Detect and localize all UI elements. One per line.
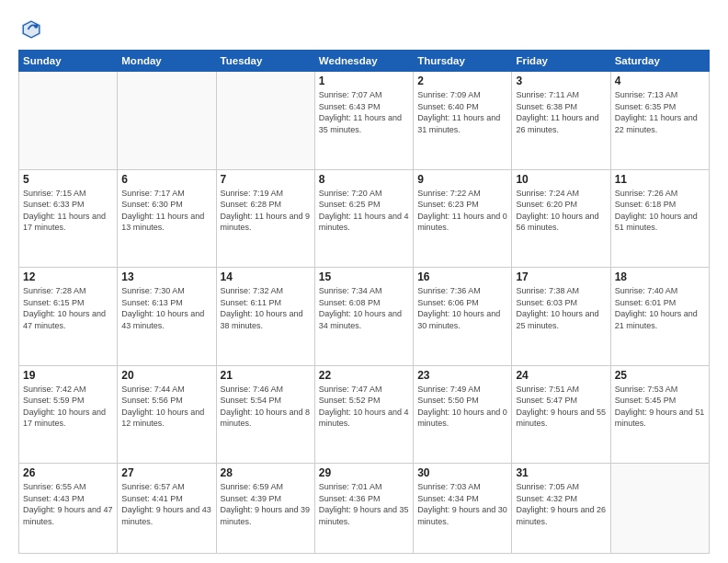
day-number: 9 — [417, 173, 507, 186]
svg-marker-0 — [22, 20, 41, 40]
day-info: Sunrise: 7:22 AM Sunset: 6:23 PM Dayligh… — [417, 188, 507, 234]
calendar-cell: 14Sunrise: 7:32 AM Sunset: 6:11 PM Dayli… — [216, 268, 314, 366]
calendar-cell: 26Sunrise: 6:55 AM Sunset: 4:43 PM Dayli… — [19, 464, 118, 554]
page: Sunday Monday Tuesday Wednesday Thursday… — [0, 0, 728, 563]
day-number: 25 — [615, 369, 705, 382]
day-number: 28 — [221, 466, 311, 479]
day-number: 31 — [516, 466, 606, 479]
calendar-cell: 25Sunrise: 7:53 AM Sunset: 5:45 PM Dayli… — [610, 365, 709, 464]
calendar-week-row: 1Sunrise: 7:07 AM Sunset: 6:43 PM Daylig… — [19, 72, 710, 170]
day-number: 27 — [121, 466, 211, 479]
day-info: Sunrise: 7:01 AM Sunset: 4:36 PM Dayligh… — [319, 481, 409, 527]
day-info: Sunrise: 7:05 AM Sunset: 4:32 PM Dayligh… — [516, 481, 606, 527]
day-number: 20 — [121, 369, 211, 382]
day-info: Sunrise: 7:15 AM Sunset: 6:33 PM Dayligh… — [23, 188, 113, 234]
day-info: Sunrise: 7:11 AM Sunset: 6:38 PM Dayligh… — [516, 89, 606, 135]
calendar-week-row: 12Sunrise: 7:28 AM Sunset: 6:15 PM Dayli… — [19, 268, 710, 366]
col-wednesday: Wednesday — [314, 51, 413, 72]
calendar-cell: 12Sunrise: 7:28 AM Sunset: 6:15 PM Dayli… — [19, 268, 118, 366]
calendar-week-row: 19Sunrise: 7:42 AM Sunset: 5:59 PM Dayli… — [19, 365, 710, 464]
day-number: 17 — [516, 270, 606, 283]
day-info: Sunrise: 7:26 AM Sunset: 6:18 PM Dayligh… — [615, 188, 705, 234]
day-info: Sunrise: 7:20 AM Sunset: 6:25 PM Dayligh… — [319, 188, 409, 234]
calendar-cell: 13Sunrise: 7:30 AM Sunset: 6:13 PM Dayli… — [118, 268, 216, 366]
calendar-table: Sunday Monday Tuesday Wednesday Thursday… — [18, 50, 710, 554]
day-number: 29 — [319, 466, 409, 479]
day-info: Sunrise: 6:55 AM Sunset: 4:43 PM Dayligh… — [23, 481, 113, 527]
calendar-cell: 29Sunrise: 7:01 AM Sunset: 4:36 PM Dayli… — [314, 464, 413, 554]
calendar-cell: 1Sunrise: 7:07 AM Sunset: 6:43 PM Daylig… — [314, 72, 413, 170]
calendar-cell: 20Sunrise: 7:44 AM Sunset: 5:56 PM Dayli… — [118, 365, 216, 464]
day-number: 7 — [221, 173, 311, 186]
calendar-cell — [19, 72, 118, 170]
day-info: Sunrise: 7:03 AM Sunset: 4:34 PM Dayligh… — [417, 481, 507, 527]
day-info: Sunrise: 7:42 AM Sunset: 5:59 PM Dayligh… — [23, 384, 113, 430]
calendar-cell: 18Sunrise: 7:40 AM Sunset: 6:01 PM Dayli… — [610, 268, 709, 366]
day-info: Sunrise: 7:36 AM Sunset: 6:06 PM Dayligh… — [417, 285, 507, 331]
day-number: 12 — [23, 270, 113, 283]
day-info: Sunrise: 7:13 AM Sunset: 6:35 PM Dayligh… — [615, 89, 705, 135]
calendar-cell: 23Sunrise: 7:49 AM Sunset: 5:50 PM Dayli… — [414, 365, 512, 464]
day-number: 19 — [23, 369, 113, 382]
col-thursday: Thursday — [414, 51, 512, 72]
day-info: Sunrise: 7:32 AM Sunset: 6:11 PM Dayligh… — [221, 285, 311, 331]
day-number: 16 — [417, 270, 507, 283]
day-number: 5 — [23, 173, 113, 186]
col-saturday: Saturday — [610, 51, 709, 72]
col-friday: Friday — [512, 51, 610, 72]
calendar-cell — [118, 72, 216, 170]
calendar-cell: 5Sunrise: 7:15 AM Sunset: 6:33 PM Daylig… — [19, 169, 118, 268]
calendar-cell: 2Sunrise: 7:09 AM Sunset: 6:40 PM Daylig… — [414, 72, 512, 170]
calendar-cell: 9Sunrise: 7:22 AM Sunset: 6:23 PM Daylig… — [414, 169, 512, 268]
calendar-cell: 8Sunrise: 7:20 AM Sunset: 6:25 PM Daylig… — [314, 169, 413, 268]
day-number: 4 — [615, 75, 705, 87]
day-info: Sunrise: 7:46 AM Sunset: 5:54 PM Dayligh… — [221, 384, 311, 430]
day-number: 30 — [417, 466, 507, 479]
calendar-cell — [216, 72, 314, 170]
col-sunday: Sunday — [19, 51, 118, 72]
day-number: 3 — [516, 75, 606, 87]
svg-point-2 — [34, 24, 38, 28]
day-number: 18 — [615, 270, 705, 283]
calendar-cell: 27Sunrise: 6:57 AM Sunset: 4:41 PM Dayli… — [118, 464, 216, 554]
day-number: 1 — [319, 75, 409, 87]
day-number: 22 — [319, 369, 409, 382]
day-info: Sunrise: 7:19 AM Sunset: 6:28 PM Dayligh… — [221, 188, 311, 234]
calendar-cell: 31Sunrise: 7:05 AM Sunset: 4:32 PM Dayli… — [512, 464, 610, 554]
day-info: Sunrise: 7:17 AM Sunset: 6:30 PM Dayligh… — [121, 188, 211, 234]
calendar-week-row: 26Sunrise: 6:55 AM Sunset: 4:43 PM Dayli… — [19, 464, 710, 554]
calendar-cell — [610, 464, 709, 554]
day-number: 21 — [221, 369, 311, 382]
day-info: Sunrise: 7:53 AM Sunset: 5:45 PM Dayligh… — [615, 384, 705, 430]
calendar-cell: 10Sunrise: 7:24 AM Sunset: 6:20 PM Dayli… — [512, 169, 610, 268]
calendar-header-row: Sunday Monday Tuesday Wednesday Thursday… — [19, 51, 710, 72]
day-info: Sunrise: 7:09 AM Sunset: 6:40 PM Dayligh… — [417, 89, 507, 135]
calendar-cell: 15Sunrise: 7:34 AM Sunset: 6:08 PM Dayli… — [314, 268, 413, 366]
day-number: 13 — [121, 270, 211, 283]
calendar-cell: 16Sunrise: 7:36 AM Sunset: 6:06 PM Dayli… — [414, 268, 512, 366]
calendar-cell: 11Sunrise: 7:26 AM Sunset: 6:18 PM Dayli… — [610, 169, 709, 268]
calendar-body: 1Sunrise: 7:07 AM Sunset: 6:43 PM Daylig… — [19, 72, 710, 554]
day-info: Sunrise: 6:59 AM Sunset: 4:39 PM Dayligh… — [221, 481, 311, 527]
day-number: 14 — [221, 270, 311, 283]
calendar-cell: 3Sunrise: 7:11 AM Sunset: 6:38 PM Daylig… — [512, 72, 610, 170]
logo — [18, 17, 48, 42]
day-number: 24 — [516, 369, 606, 382]
logo-icon — [18, 17, 44, 42]
calendar-cell: 24Sunrise: 7:51 AM Sunset: 5:47 PM Dayli… — [512, 365, 610, 464]
day-number: 11 — [615, 173, 705, 186]
day-info: Sunrise: 7:47 AM Sunset: 5:52 PM Dayligh… — [319, 384, 409, 430]
calendar-cell: 22Sunrise: 7:47 AM Sunset: 5:52 PM Dayli… — [314, 365, 413, 464]
day-info: Sunrise: 7:44 AM Sunset: 5:56 PM Dayligh… — [121, 384, 211, 430]
calendar-cell: 19Sunrise: 7:42 AM Sunset: 5:59 PM Dayli… — [19, 365, 118, 464]
calendar-cell: 30Sunrise: 7:03 AM Sunset: 4:34 PM Dayli… — [414, 464, 512, 554]
day-info: Sunrise: 7:40 AM Sunset: 6:01 PM Dayligh… — [615, 285, 705, 331]
calendar-cell: 21Sunrise: 7:46 AM Sunset: 5:54 PM Dayli… — [216, 365, 314, 464]
day-info: Sunrise: 7:34 AM Sunset: 6:08 PM Dayligh… — [319, 285, 409, 331]
header — [18, 17, 710, 42]
calendar-cell: 6Sunrise: 7:17 AM Sunset: 6:30 PM Daylig… — [118, 169, 216, 268]
calendar-cell: 28Sunrise: 6:59 AM Sunset: 4:39 PM Dayli… — [216, 464, 314, 554]
day-number: 23 — [417, 369, 507, 382]
day-number: 26 — [23, 466, 113, 479]
day-number: 15 — [319, 270, 409, 283]
